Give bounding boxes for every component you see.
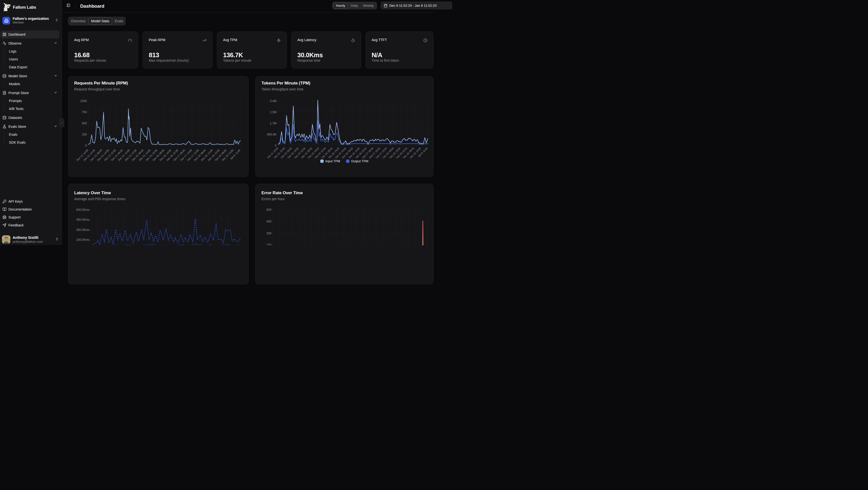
svg-text:0: 0 (275, 144, 277, 147)
svg-text:150: 150 (267, 243, 271, 245)
svg-text:300.0Kms: 300.0Kms (76, 228, 89, 232)
svg-text:1.7M: 1.7M (270, 121, 277, 125)
svg-text:450: 450 (267, 220, 271, 223)
svg-text:500: 500 (82, 121, 87, 125)
svg-text:600.0Kms: 600.0Kms (76, 208, 89, 211)
svg-text:150.0Kms: 150.0Kms (76, 238, 89, 241)
svg-text:750: 750 (82, 111, 87, 114)
svg-text:0: 0 (85, 144, 87, 147)
svg-text:600: 600 (267, 208, 271, 211)
svg-text:3.4M: 3.4M (270, 99, 277, 103)
svg-text:250: 250 (82, 133, 87, 136)
svg-text:2.5M: 2.5M (270, 111, 277, 114)
svg-text:300: 300 (267, 232, 271, 235)
svg-text:450.0Kms: 450.0Kms (76, 218, 89, 222)
svg-text:1000: 1000 (80, 99, 87, 103)
svg-text:850.0K: 850.0K (267, 133, 277, 136)
